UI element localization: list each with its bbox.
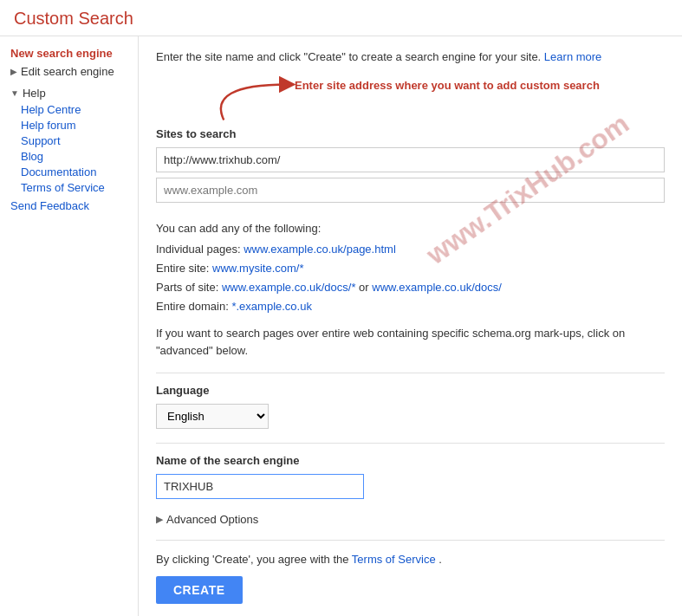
advanced-options-label: Advanced Options [166,513,258,526]
help-arrow-icon: ▼ [10,88,19,98]
example-domain: Entire domain: *.example.co.uk [156,297,665,316]
sidebar-help-items: Help Centre Help forum Support Blog Docu… [10,103,138,194]
advanced-arrow-icon: ▶ [156,514,163,525]
can-add-text: You can add any of the following: [156,222,665,235]
edit-engine-arrow-icon: ▶ [10,67,17,76]
sidebar-send-feedback[interactable]: Send Feedback [10,199,138,212]
annotation-text: Enter site address where you want to add… [295,79,600,92]
name-label: Name of the search engine [156,454,665,467]
site-input-filled[interactable] [156,147,665,172]
sidebar-item-help-centre[interactable]: Help Centre [21,103,138,116]
sidebar-item-edit-engine[interactable]: ▶ Edit search engine [10,65,138,78]
sidebar-help-header[interactable]: ▼ Help [10,87,138,100]
sidebar-item-documentation[interactable]: Documentation [21,165,138,178]
site-input-empty[interactable] [156,178,665,203]
divider-1 [156,373,665,373]
sites-section: Sites to search [156,127,665,208]
footer-section: By clicking 'Create', you agree with the… [156,540,665,604]
sidebar-item-help-forum[interactable]: Help forum [21,119,138,132]
annotation-arrow-svg [156,75,665,127]
language-section: Language English French Spanish German C… [156,384,665,429]
page-title: Custom Search [14,9,668,29]
divider-2 [156,443,665,444]
name-input[interactable] [156,474,364,499]
annotation-container: Enter site address where you want to add… [156,75,665,127]
language-label: Language [156,384,665,397]
example-entire-site: Entire site: www.mysite.com/* [156,259,665,278]
language-select[interactable]: English French Spanish German Chinese [156,404,269,429]
add-examples: Individual pages: www.example.co.uk/page… [156,240,665,316]
sidebar-item-support[interactable]: Support [21,134,138,147]
advanced-info-text: If you want to search pages over entire … [156,325,665,359]
sites-label: Sites to search [156,127,665,140]
name-section: Name of the search engine [156,454,665,499]
sidebar-item-blog[interactable]: Blog [21,150,138,163]
create-button[interactable]: CREATE [156,576,243,604]
example-parts: Parts of site: www.example.co.uk/docs/* … [156,278,665,297]
example-individual: Individual pages: www.example.co.uk/page… [156,240,665,259]
advanced-options-toggle[interactable]: ▶ Advanced Options [156,513,665,526]
footer-text: By clicking 'Create', you agree with the… [156,553,665,566]
sidebar-item-new-engine[interactable]: New search engine [10,47,138,60]
intro-paragraph: Enter the site name and click "Create" t… [156,50,665,63]
learn-more-link[interactable]: Learn more [544,50,601,63]
sidebar-item-terms-of-service[interactable]: Terms of Service [21,181,138,194]
footer-tos-link[interactable]: Terms of Service [352,553,436,566]
